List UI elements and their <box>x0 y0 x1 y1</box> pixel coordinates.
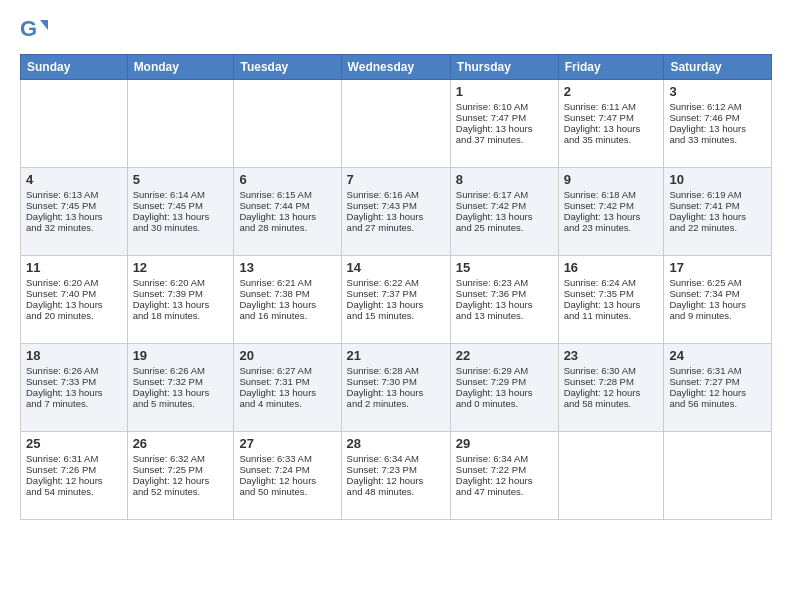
calendar-day: 6Sunrise: 6:15 AMSunset: 7:44 PMDaylight… <box>234 168 341 256</box>
day-info-line: Sunset: 7:45 PM <box>133 200 229 211</box>
day-info-line: Sunrise: 6:28 AM <box>347 365 445 376</box>
day-info-line: and 30 minutes. <box>133 222 229 233</box>
day-info-line: and 20 minutes. <box>26 310 122 321</box>
calendar-day: 20Sunrise: 6:27 AMSunset: 7:31 PMDayligh… <box>234 344 341 432</box>
day-info-line: and 5 minutes. <box>133 398 229 409</box>
day-info-line: Daylight: 13 hours <box>669 123 766 134</box>
calendar-day: 10Sunrise: 6:19 AMSunset: 7:41 PMDayligh… <box>664 168 772 256</box>
day-number: 2 <box>564 84 659 99</box>
day-number: 8 <box>456 172 553 187</box>
calendar-day <box>664 432 772 520</box>
day-number: 10 <box>669 172 766 187</box>
day-info-line: Sunset: 7:45 PM <box>26 200 122 211</box>
day-info-line: Sunset: 7:33 PM <box>26 376 122 387</box>
day-info-line: Daylight: 13 hours <box>26 299 122 310</box>
day-info-line: Sunset: 7:24 PM <box>239 464 335 475</box>
svg-marker-1 <box>40 20 48 30</box>
day-info-line: Sunset: 7:47 PM <box>456 112 553 123</box>
day-info-line: and 15 minutes. <box>347 310 445 321</box>
day-info-line: Sunrise: 6:31 AM <box>669 365 766 376</box>
day-info-line: Sunrise: 6:34 AM <box>347 453 445 464</box>
calendar-day: 28Sunrise: 6:34 AMSunset: 7:23 PMDayligh… <box>341 432 450 520</box>
day-number: 11 <box>26 260 122 275</box>
calendar-week-row: 11Sunrise: 6:20 AMSunset: 7:40 PMDayligh… <box>21 256 772 344</box>
day-info-line: Daylight: 13 hours <box>347 387 445 398</box>
calendar-day: 26Sunrise: 6:32 AMSunset: 7:25 PMDayligh… <box>127 432 234 520</box>
day-info-line: Sunset: 7:42 PM <box>564 200 659 211</box>
day-info-line: and 37 minutes. <box>456 134 553 145</box>
day-info-line: and 28 minutes. <box>239 222 335 233</box>
day-info-line: and 32 minutes. <box>26 222 122 233</box>
calendar-day: 2Sunrise: 6:11 AMSunset: 7:47 PMDaylight… <box>558 80 664 168</box>
day-info-line: Daylight: 13 hours <box>564 211 659 222</box>
day-info-line: Daylight: 13 hours <box>456 387 553 398</box>
calendar-header-tuesday: Tuesday <box>234 55 341 80</box>
day-info-line: Sunrise: 6:17 AM <box>456 189 553 200</box>
calendar-day: 17Sunrise: 6:25 AMSunset: 7:34 PMDayligh… <box>664 256 772 344</box>
day-info-line: Sunrise: 6:13 AM <box>26 189 122 200</box>
calendar-header-wednesday: Wednesday <box>341 55 450 80</box>
day-info-line: and 23 minutes. <box>564 222 659 233</box>
day-info-line: Sunrise: 6:26 AM <box>26 365 122 376</box>
logo-icon: G <box>20 16 48 44</box>
day-info-line: Daylight: 13 hours <box>239 211 335 222</box>
day-number: 22 <box>456 348 553 363</box>
day-number: 25 <box>26 436 122 451</box>
day-info-line: Sunset: 7:28 PM <box>564 376 659 387</box>
day-number: 13 <box>239 260 335 275</box>
day-info-line: Sunrise: 6:25 AM <box>669 277 766 288</box>
calendar-day: 23Sunrise: 6:30 AMSunset: 7:28 PMDayligh… <box>558 344 664 432</box>
calendar-day: 1Sunrise: 6:10 AMSunset: 7:47 PMDaylight… <box>450 80 558 168</box>
day-info-line: Sunset: 7:25 PM <box>133 464 229 475</box>
day-info-line: and 35 minutes. <box>564 134 659 145</box>
day-info-line: and 18 minutes. <box>133 310 229 321</box>
day-info-line: Sunrise: 6:12 AM <box>669 101 766 112</box>
calendar-day <box>558 432 664 520</box>
day-info-line: Sunset: 7:43 PM <box>347 200 445 211</box>
day-info-line: Sunset: 7:38 PM <box>239 288 335 299</box>
day-info-line: Sunset: 7:22 PM <box>456 464 553 475</box>
day-number: 16 <box>564 260 659 275</box>
day-number: 3 <box>669 84 766 99</box>
calendar-day: 9Sunrise: 6:18 AMSunset: 7:42 PMDaylight… <box>558 168 664 256</box>
day-number: 28 <box>347 436 445 451</box>
day-info-line: Daylight: 13 hours <box>26 211 122 222</box>
day-info-line: and 33 minutes. <box>669 134 766 145</box>
day-info-line: Sunrise: 6:14 AM <box>133 189 229 200</box>
calendar-week-row: 4Sunrise: 6:13 AMSunset: 7:45 PMDaylight… <box>21 168 772 256</box>
day-info-line: Sunrise: 6:19 AM <box>669 189 766 200</box>
calendar-header-monday: Monday <box>127 55 234 80</box>
day-info-line: Daylight: 13 hours <box>456 211 553 222</box>
calendar-day: 19Sunrise: 6:26 AMSunset: 7:32 PMDayligh… <box>127 344 234 432</box>
day-info-line: Sunset: 7:23 PM <box>347 464 445 475</box>
calendar-day: 25Sunrise: 6:31 AMSunset: 7:26 PMDayligh… <box>21 432 128 520</box>
calendar-week-row: 1Sunrise: 6:10 AMSunset: 7:47 PMDaylight… <box>21 80 772 168</box>
day-number: 12 <box>133 260 229 275</box>
day-info-line: Sunset: 7:35 PM <box>564 288 659 299</box>
day-info-line: Sunset: 7:26 PM <box>26 464 122 475</box>
calendar-header-thursday: Thursday <box>450 55 558 80</box>
day-info-line: Daylight: 13 hours <box>564 123 659 134</box>
day-info-line: Sunrise: 6:29 AM <box>456 365 553 376</box>
day-info-line: and 4 minutes. <box>239 398 335 409</box>
day-info-line: and 47 minutes. <box>456 486 553 497</box>
day-number: 4 <box>26 172 122 187</box>
calendar-day: 11Sunrise: 6:20 AMSunset: 7:40 PMDayligh… <box>21 256 128 344</box>
day-info-line: and 11 minutes. <box>564 310 659 321</box>
day-number: 21 <box>347 348 445 363</box>
day-info-line: Sunrise: 6:33 AM <box>239 453 335 464</box>
day-info-line: Daylight: 13 hours <box>456 123 553 134</box>
day-info-line: and 22 minutes. <box>669 222 766 233</box>
day-info-line: Sunrise: 6:32 AM <box>133 453 229 464</box>
day-number: 27 <box>239 436 335 451</box>
day-info-line: and 7 minutes. <box>26 398 122 409</box>
calendar-header-friday: Friday <box>558 55 664 80</box>
day-info-line: Sunset: 7:34 PM <box>669 288 766 299</box>
day-info-line: Daylight: 12 hours <box>669 387 766 398</box>
day-info-line: Sunrise: 6:20 AM <box>26 277 122 288</box>
calendar-day: 12Sunrise: 6:20 AMSunset: 7:39 PMDayligh… <box>127 256 234 344</box>
calendar-day <box>341 80 450 168</box>
calendar-day: 15Sunrise: 6:23 AMSunset: 7:36 PMDayligh… <box>450 256 558 344</box>
day-info-line: Sunset: 7:31 PM <box>239 376 335 387</box>
day-info-line: Daylight: 13 hours <box>239 387 335 398</box>
